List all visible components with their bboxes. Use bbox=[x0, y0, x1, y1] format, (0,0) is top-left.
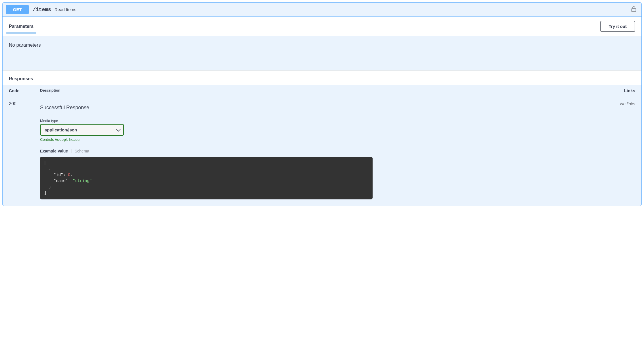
response-description: Successful Response bbox=[40, 105, 610, 111]
tab-example-value[interactable]: Example Value bbox=[40, 149, 68, 153]
responses-body: Code Description Links 200 Successful Re… bbox=[3, 85, 641, 206]
responses-table-header: Code Description Links bbox=[9, 88, 635, 96]
get-items-opblock: GET /items Read Items Parameters Try it … bbox=[2, 2, 642, 206]
responses-section: Responses Code Description Links 200 Suc… bbox=[3, 70, 641, 206]
response-links: No links bbox=[610, 101, 635, 199]
code-token-key: "id" bbox=[44, 173, 63, 177]
accept-note-code: Accept bbox=[55, 138, 68, 142]
parameters-title: Parameters bbox=[9, 24, 34, 29]
response-description-col: Successful Response Media type applicati… bbox=[40, 101, 610, 199]
code-line: [ bbox=[44, 161, 46, 165]
media-type-select-wrap: application/json bbox=[40, 124, 124, 136]
operation-summary-bar[interactable]: GET /items Read Items bbox=[3, 3, 641, 17]
media-type-select[interactable]: application/json bbox=[40, 124, 124, 136]
example-code-block: [ { "id": 0, "name": "string" } ] bbox=[40, 157, 373, 199]
code-token: : bbox=[68, 179, 73, 183]
no-parameters-text: No parameters bbox=[3, 36, 641, 70]
header-links: Links bbox=[610, 88, 635, 93]
responses-title: Responses bbox=[3, 71, 641, 85]
endpoint-path: /items bbox=[33, 7, 51, 13]
response-row-200: 200 Successful Response Media type appli… bbox=[9, 101, 635, 199]
tab-divider: | bbox=[71, 149, 72, 153]
tab-schema[interactable]: Schema bbox=[74, 149, 89, 153]
code-line: { bbox=[44, 167, 51, 171]
lock-open-icon[interactable] bbox=[631, 6, 636, 13]
code-token-string: "string" bbox=[73, 179, 92, 183]
code-token: : bbox=[63, 173, 68, 177]
http-method-badge: GET bbox=[6, 5, 29, 14]
parameters-header: Parameters Try it out bbox=[3, 17, 641, 36]
svg-rect-0 bbox=[632, 9, 636, 12]
header-code: Code bbox=[9, 88, 40, 93]
media-type-label: Media type bbox=[40, 119, 610, 123]
example-schema-tabs: Example Value | Schema bbox=[40, 149, 610, 153]
header-description: Description bbox=[40, 88, 610, 93]
code-token-key: "name" bbox=[44, 179, 68, 183]
code-line: } bbox=[44, 185, 51, 189]
accept-header-note: Controls Accept header. bbox=[40, 137, 610, 142]
code-line: ] bbox=[44, 191, 46, 195]
accept-note-suffix: header. bbox=[68, 137, 82, 142]
code-token: , bbox=[70, 173, 72, 177]
response-code: 200 bbox=[9, 101, 40, 199]
endpoint-summary: Read Items bbox=[55, 7, 76, 12]
accept-note-prefix: Controls bbox=[40, 137, 55, 142]
try-it-out-button[interactable]: Try it out bbox=[600, 21, 635, 32]
